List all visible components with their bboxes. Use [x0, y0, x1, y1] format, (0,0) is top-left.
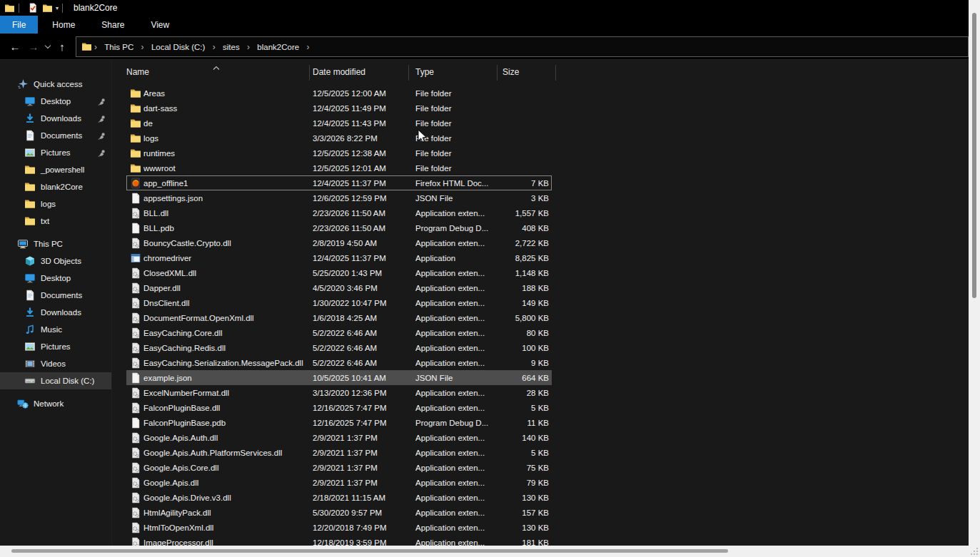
sidebar-item-documents[interactable]: Documents	[0, 127, 111, 144]
file-row[interactable]: HtmlAgilityPack.dll 5/30/2020 9:57 PM Ap…	[126, 505, 552, 520]
horizontal-scrollbar-thumb[interactable]	[11, 549, 728, 553]
file-row[interactable]: ImageProcessor.dll 12/18/2019 3:59 PM Ap…	[126, 535, 552, 546]
file-size: 130 KB	[502, 523, 552, 532]
page-icon	[130, 223, 141, 234]
file-row[interactable]: Google.Apis.Auth.PlatformServices.dll 2/…	[126, 445, 552, 460]
resize-grip-icon[interactable]	[969, 546, 979, 556]
address-bar[interactable]: › This PC › Local Disk (C:) › sites › bl…	[76, 36, 969, 57]
breadcrumb-item[interactable]: This PC	[99, 43, 138, 51]
page-icon	[130, 417, 141, 429]
sidebar-item-documents[interactable]: Documents	[0, 287, 111, 304]
file-row[interactable]: EasyCaching.Redis.dll 5/2/2022 6:46 AM A…	[126, 340, 552, 355]
file-row[interactable]: logs 3/3/2026 8:22 PM File folder	[126, 131, 552, 145]
recent-locations-dropdown[interactable]	[43, 37, 53, 56]
sidebar-item-downloads[interactable]: Downloads	[0, 110, 111, 127]
tab-file[interactable]: File	[0, 16, 38, 34]
column-divider[interactable]	[408, 65, 409, 81]
sidebar-item-network[interactable]: Network	[0, 395, 111, 412]
sidebar-item-logs[interactable]: logs	[0, 195, 111, 213]
column-divider[interactable]	[497, 65, 497, 81]
file-name: ImageProcessor.dll	[143, 538, 313, 546]
file-date-modified: 2/18/2021 11:15 AM	[313, 494, 415, 502]
customize-dropdown-icon[interactable]: ▾	[56, 5, 59, 11]
breadcrumb-item[interactable]: blank2Core	[252, 43, 304, 51]
tab-share[interactable]: Share	[89, 16, 136, 34]
column-divider[interactable]	[309, 65, 310, 81]
explorer-folder-icon[interactable]	[4, 3, 15, 14]
file-row[interactable]: example.json 10/5/2025 10:41 AM JSON Fil…	[126, 370, 552, 385]
properties-check-icon[interactable]	[27, 3, 38, 14]
sidebar-item-desktop[interactable]: Desktop	[0, 270, 111, 287]
new-folder-icon[interactable]	[42, 3, 53, 14]
file-row[interactable]: EasyCaching.Serialization.MessagePack.dl…	[126, 355, 552, 370]
file-row[interactable]: Areas 12/5/2025 12:00 AM File folder	[126, 86, 552, 101]
file-name: ExcelNumberFormat.dll	[143, 389, 313, 397]
file-row[interactable]: runtimes 12/5/2025 12:38 AM File folder	[126, 145, 552, 160]
file-row[interactable]: ClosedXML.dll 5/25/2020 1:43 PM Applicat…	[126, 265, 552, 280]
breadcrumb-item[interactable]: sites	[218, 43, 245, 51]
folder-icon	[24, 198, 36, 210]
sidebar-item-downloads[interactable]: Downloads	[0, 304, 111, 321]
file-date-modified: 2/9/2021 1:37 PM	[313, 449, 415, 457]
breadcrumb-item[interactable]: Local Disk (C:)	[146, 43, 210, 51]
sidebar-item-this-pc[interactable]: This PC	[0, 235, 111, 252]
file-row[interactable]: FalconPluginBase.pdb 12/16/2025 7:47 PM …	[126, 415, 552, 430]
file-row[interactable]: Google.Apis.dll 2/9/2021 1:37 PM Applica…	[126, 475, 552, 490]
tab-home[interactable]: Home	[40, 16, 87, 34]
file-row[interactable]: Google.Apis.Core.dll 2/9/2021 1:37 PM Ap…	[126, 460, 552, 475]
sort-ascending-icon[interactable]	[212, 63, 221, 73]
column-divider[interactable]	[555, 65, 556, 81]
up-button[interactable]: ↑	[53, 37, 71, 56]
column-header-date-modified[interactable]: Date modified	[313, 67, 365, 77]
file-row[interactable]: BLL.dll 2/23/2026 11:50 AM Application e…	[126, 205, 552, 220]
column-header-type[interactable]: Type	[415, 67, 434, 77]
file-row[interactable]: BouncyCastle.Crypto.dll 2/8/2019 4:50 AM…	[126, 235, 552, 250]
folder-icon	[130, 148, 141, 159]
back-button[interactable]: ←	[6, 37, 24, 56]
file-row[interactable]: Google.Apis.Auth.dll 2/9/2021 1:37 PM Ap…	[126, 430, 552, 445]
file-row[interactable]: BLL.pdb 2/23/2026 11:50 AM Program Debug…	[126, 220, 552, 235]
forward-button[interactable]: →	[24, 37, 43, 56]
sidebar-item-desktop[interactable]: Desktop	[0, 93, 111, 110]
sidebar-item-powershell[interactable]: _powershell	[0, 161, 111, 178]
file-type: Application exten...	[415, 509, 502, 517]
sidebar-item-videos[interactable]: Videos	[0, 355, 111, 372]
file-row[interactable]: ExcelNumberFormat.dll 3/13/2020 12:36 PM…	[126, 385, 552, 400]
outer-horizontal-scrollbar[interactable]	[0, 546, 969, 557]
file-row[interactable]: DnsClient.dll 1/30/2022 10:47 PM Applica…	[126, 295, 552, 310]
sidebar-item-txt[interactable]: txt	[0, 213, 111, 230]
file-row[interactable]: chromedriver 12/4/2025 11:37 PM Applicat…	[126, 250, 552, 265]
sidebar-item-pictures[interactable]: Pictures	[0, 144, 111, 161]
column-header-size[interactable]: Size	[502, 67, 519, 77]
file-date-modified: 12/6/2025 12:59 PM	[313, 194, 415, 203]
file-row[interactable]: DocumentFormat.OpenXml.dll 1/6/2018 4:25…	[126, 310, 552, 325]
file-row[interactable]: app_offline1 12/4/2025 11:37 PM Firefox …	[126, 175, 552, 190]
dll-icon	[130, 297, 141, 309]
pin-icon	[97, 148, 106, 158]
sidebar-item-local-disk-c[interactable]: Local Disk (C:)	[0, 372, 111, 389]
sidebar-item-3d-objects[interactable]: 3D Objects	[0, 252, 111, 270]
file-row[interactable]: wwwroot 12/5/2025 12:01 AM File folder	[126, 160, 552, 175]
file-row[interactable]: Dapper.dll 4/5/2020 3:46 PM Application …	[126, 280, 552, 295]
sidebar-item-quick-access[interactable]: Quick access	[0, 76, 111, 93]
vertical-scrollbar-thumb[interactable]	[972, 13, 976, 298]
file-date-modified: 12/5/2025 12:00 AM	[313, 89, 415, 98]
folder-icon	[130, 163, 141, 174]
file-row[interactable]: FalconPluginBase.dll 12/16/2025 7:47 PM …	[126, 400, 552, 415]
file-size: 149 KB	[502, 299, 552, 307]
file-row[interactable]: de 12/4/2025 11:43 PM File folder	[126, 116, 552, 131]
remote-desktop-viewport: ▾ blank2Core File Home Share View ← → ↑ …	[0, 0, 980, 557]
sidebar-item-blank2core[interactable]: blank2Core	[0, 178, 111, 195]
file-row[interactable]: EasyCaching.Core.dll 5/2/2022 6:46 AM Ap…	[126, 325, 552, 340]
file-row[interactable]: Google.Apis.Drive.v3.dll 2/18/2021 11:15…	[126, 490, 552, 505]
file-row[interactable]: dart-sass 12/4/2025 11:49 PM File folder	[126, 101, 552, 116]
file-type: Program Debug D...	[415, 419, 502, 427]
file-row[interactable]: appsettings.json 12/6/2025 12:59 PM JSON…	[126, 190, 552, 205]
sidebar-item-music[interactable]: Music	[0, 321, 111, 338]
sidebar-item-pictures[interactable]: Pictures	[0, 338, 111, 355]
outer-vertical-scrollbar[interactable]	[969, 0, 980, 557]
column-header-name[interactable]: Name	[126, 67, 149, 77]
folder-icon	[24, 215, 36, 227]
file-row[interactable]: HtmlToOpenXml.dll 12/20/2018 7:49 PM App…	[126, 520, 552, 535]
tab-view[interactable]: View	[138, 16, 181, 34]
